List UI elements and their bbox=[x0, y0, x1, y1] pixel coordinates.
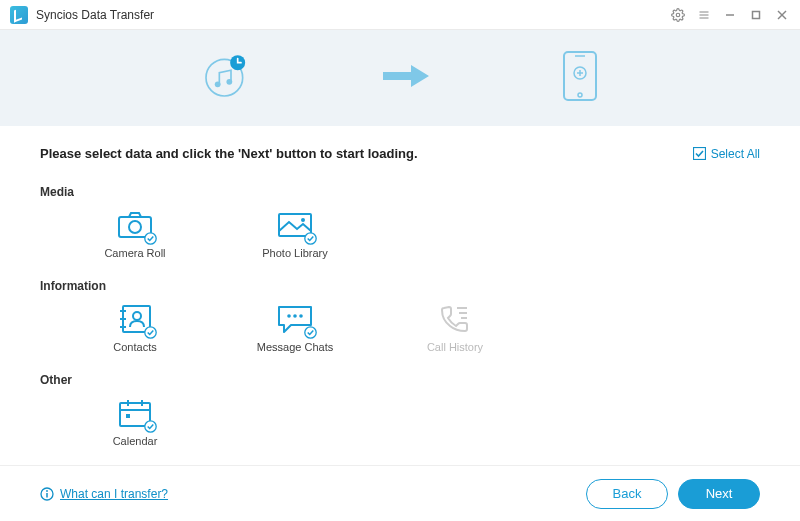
category-label: Camera Roll bbox=[104, 247, 165, 259]
section-title-information: Information bbox=[40, 279, 760, 293]
source-itunes-icon bbox=[201, 51, 251, 105]
arrow-right-icon bbox=[381, 61, 431, 95]
menu-icon[interactable] bbox=[694, 5, 714, 25]
titlebar: Syncios Data Transfer bbox=[0, 0, 800, 30]
svg-point-10 bbox=[226, 79, 232, 85]
next-button[interactable]: Next bbox=[678, 479, 760, 509]
camera-roll-icon bbox=[117, 209, 153, 241]
select-all-label: Select All bbox=[711, 147, 760, 161]
section-title-other: Other bbox=[40, 373, 760, 387]
photo-library-icon bbox=[277, 209, 313, 241]
back-button[interactable]: Back bbox=[586, 479, 668, 509]
close-button[interactable] bbox=[772, 5, 792, 25]
category-label: Call History bbox=[427, 341, 483, 353]
minimize-button[interactable] bbox=[720, 5, 740, 25]
category-label: Calendar bbox=[113, 435, 158, 447]
svg-point-9 bbox=[215, 81, 221, 87]
svg-point-20 bbox=[129, 221, 141, 233]
main-content: Please select data and click the 'Next' … bbox=[0, 126, 800, 447]
footer: What can I transfer? Back Next bbox=[0, 465, 800, 521]
category-call-history: Call History bbox=[390, 303, 520, 353]
svg-point-32 bbox=[293, 314, 297, 318]
category-photo-library[interactable]: Photo Library bbox=[230, 209, 360, 259]
instruction-text: Please select data and click the 'Next' … bbox=[40, 146, 418, 161]
svg-point-29 bbox=[133, 312, 141, 320]
svg-rect-18 bbox=[693, 148, 705, 160]
transfer-banner bbox=[0, 30, 800, 126]
message-chats-icon bbox=[277, 303, 313, 335]
select-all-checkbox[interactable]: Select All bbox=[693, 147, 760, 161]
gear-icon[interactable] bbox=[668, 5, 688, 25]
help-link-label: What can I transfer? bbox=[60, 487, 168, 501]
svg-point-33 bbox=[299, 314, 303, 318]
category-label: Photo Library bbox=[262, 247, 327, 259]
category-label: Message Chats bbox=[257, 341, 333, 353]
svg-point-0 bbox=[676, 13, 680, 17]
maximize-button[interactable] bbox=[746, 5, 766, 25]
category-label: Contacts bbox=[113, 341, 156, 353]
category-camera-roll[interactable]: Camera Roll bbox=[70, 209, 200, 259]
svg-point-45 bbox=[46, 490, 48, 492]
category-contacts[interactable]: Contacts bbox=[70, 303, 200, 353]
target-phone-icon bbox=[561, 49, 599, 107]
app-logo bbox=[10, 6, 28, 24]
svg-rect-42 bbox=[126, 414, 130, 418]
category-message-chats[interactable]: Message Chats bbox=[230, 303, 360, 353]
app-title: Syncios Data Transfer bbox=[36, 8, 154, 22]
contacts-icon bbox=[117, 303, 153, 335]
other-row: Calendar bbox=[70, 397, 760, 447]
svg-point-23 bbox=[301, 218, 305, 222]
information-row: Contacts Message Chats Call History bbox=[70, 303, 760, 353]
section-title-media: Media bbox=[40, 185, 760, 199]
svg-point-31 bbox=[287, 314, 291, 318]
call-history-icon bbox=[437, 303, 473, 335]
help-link[interactable]: What can I transfer? bbox=[40, 487, 168, 501]
info-icon bbox=[40, 487, 54, 501]
svg-point-17 bbox=[578, 93, 582, 97]
media-row: Camera Roll Photo Library bbox=[70, 209, 760, 259]
svg-rect-5 bbox=[753, 11, 760, 18]
category-calendar[interactable]: Calendar bbox=[70, 397, 200, 447]
calendar-icon bbox=[117, 397, 153, 429]
